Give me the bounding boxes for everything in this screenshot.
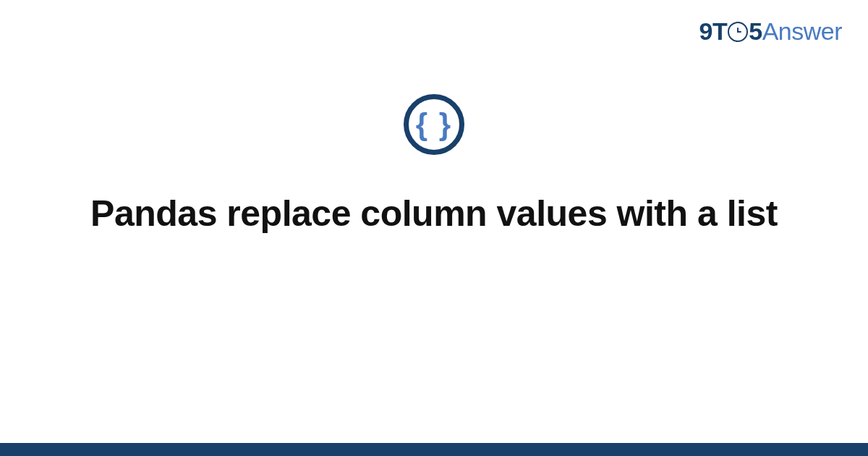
clock-icon — [728, 22, 748, 42]
main-content: { } Pandas replace column values with a … — [0, 94, 868, 237]
code-braces-icon: { } — [404, 94, 464, 155]
site-logo: 9T 5 Answer — [699, 17, 842, 46]
logo-text-9t: 9T — [699, 17, 728, 46]
logo-text-answer: Answer — [762, 17, 842, 46]
clock-hands-icon — [732, 26, 744, 38]
braces-glyph: { } — [416, 109, 452, 140]
logo-text-5: 5 — [749, 17, 762, 46]
page-title: Pandas replace column values with a list — [90, 191, 778, 237]
footer-bar — [0, 443, 868, 456]
